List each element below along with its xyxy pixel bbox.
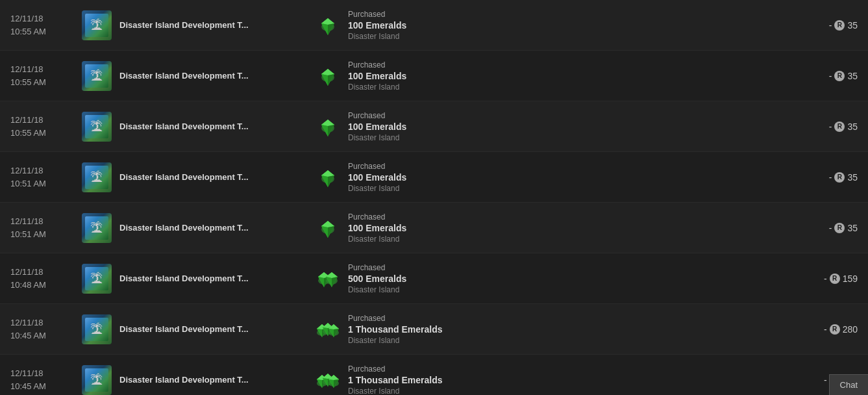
item-details: Purchased 100 Emeralds Disaster Island xyxy=(348,60,406,92)
game-name: Disaster Island Development T... xyxy=(119,375,249,385)
robux-icon: R xyxy=(834,20,845,31)
table-row: 12/11/18 10:45 AM Disaster Island Develo… xyxy=(0,355,868,395)
transaction-date: 12/11/18 10:55 AM xyxy=(10,114,82,139)
robux-icon: R xyxy=(834,71,845,81)
item-info: Purchased 100 Emeralds Disaster Island xyxy=(303,10,773,41)
amount-value: 35 xyxy=(847,71,858,81)
item-info: Purchased 100 Emeralds Disaster Island xyxy=(303,162,773,193)
transaction-date: 12/11/18 10:51 AM xyxy=(10,215,82,240)
robux-icon: R xyxy=(834,172,845,183)
game-name: Disaster Island Development T... xyxy=(119,324,249,334)
game-info: Disaster Island Development T... xyxy=(82,162,303,192)
svg-marker-12 xyxy=(321,120,334,126)
svg-marker-17 xyxy=(321,170,334,177)
transaction-amount: - R 35 xyxy=(773,223,858,233)
minus-sign: - xyxy=(824,375,827,385)
minus-sign: - xyxy=(824,274,827,284)
game-name: Disaster Island Development T... xyxy=(119,20,249,30)
amount-value: 35 xyxy=(847,20,858,31)
minus-sign: - xyxy=(829,71,832,81)
game-name: Disaster Island Development T... xyxy=(119,121,249,131)
transaction-date: 12/11/18 10:51 AM xyxy=(10,164,82,190)
amount-value: 159 xyxy=(843,274,858,284)
table-row: 12/11/18 10:55 AM Disaster Island Develo… xyxy=(0,51,868,101)
chat-button[interactable]: Chat xyxy=(829,374,868,395)
svg-marker-22 xyxy=(321,221,334,227)
game-thumbnail xyxy=(82,112,112,142)
item-name: 1 Thousand Emeralds xyxy=(348,375,442,385)
svg-marker-13 xyxy=(321,125,328,136)
emerald-icon xyxy=(316,216,340,240)
item-action: Purchased xyxy=(348,212,406,222)
item-source: Disaster Island xyxy=(348,235,406,244)
minus-sign: - xyxy=(829,223,832,233)
item-source: Disaster Island xyxy=(348,133,406,142)
game-info: Disaster Island Development T... xyxy=(82,365,303,395)
item-info: Purchased 100 Emeralds Disaster Island xyxy=(303,212,773,244)
amount-value: 35 xyxy=(847,121,858,132)
svg-marker-4 xyxy=(328,23,334,35)
transaction-amount: - R 35 xyxy=(773,121,858,132)
item-source: Disaster Island xyxy=(348,83,406,92)
item-name: 500 Emeralds xyxy=(348,274,406,284)
emerald-icon xyxy=(316,114,340,139)
svg-marker-3 xyxy=(321,23,328,35)
emerald-icon xyxy=(316,266,340,291)
item-source: Disaster Island xyxy=(348,387,442,396)
transaction-amount: - R 35 xyxy=(773,71,858,81)
table-row: 12/11/18 10:45 AM Disaster Island Develo… xyxy=(0,304,868,355)
item-details: Purchased 100 Emeralds Disaster Island xyxy=(348,212,406,244)
table-row: 12/11/18 10:51 AM Disaster Island Develo… xyxy=(0,203,868,253)
item-details: Purchased 1 Thousand Emeralds Disaster I… xyxy=(348,314,442,345)
emerald-icon xyxy=(316,317,340,342)
robux-icon: R xyxy=(830,274,840,284)
transaction-date: 12/11/18 10:55 AM xyxy=(10,12,82,38)
game-name: Disaster Island Development T... xyxy=(119,223,249,233)
table-row: 12/11/18 10:48 AM Disaster Island Develo… xyxy=(0,253,868,304)
robux-icon: R xyxy=(834,223,845,233)
transaction-list: 12/11/18 10:55 AM Disaster Island Develo… xyxy=(0,0,868,395)
item-details: Purchased 500 Emeralds Disaster Island xyxy=(348,263,406,294)
game-thumbnail xyxy=(82,365,112,395)
amount-value: 35 xyxy=(847,223,858,233)
game-name: Disaster Island Development T... xyxy=(119,172,249,182)
item-action: Purchased xyxy=(348,10,406,19)
game-thumbnail xyxy=(82,213,112,243)
game-thumbnail xyxy=(82,61,112,91)
game-thumbnail xyxy=(82,162,112,192)
game-info: Disaster Island Development T... xyxy=(82,10,303,40)
item-action: Purchased xyxy=(348,364,442,374)
item-info: Purchased 500 Emeralds Disaster Island xyxy=(303,263,773,294)
transaction-amount: - R 35 xyxy=(773,20,858,31)
item-action: Purchased xyxy=(348,111,406,120)
item-name: 100 Emeralds xyxy=(348,20,406,31)
item-details: Purchased 100 Emeralds Disaster Island xyxy=(348,10,406,41)
item-source: Disaster Island xyxy=(348,336,442,345)
minus-sign: - xyxy=(829,172,832,183)
transaction-date: 12/11/18 10:55 AM xyxy=(10,63,82,88)
emerald-icon xyxy=(316,165,340,190)
amount-value: 280 xyxy=(843,324,858,335)
game-info: Disaster Island Development T... xyxy=(82,61,303,91)
game-thumbnail xyxy=(82,264,112,294)
item-info: Purchased 100 Emeralds Disaster Island xyxy=(303,111,773,142)
game-info: Disaster Island Development T... xyxy=(82,213,303,243)
emerald-icon xyxy=(316,13,340,38)
item-name: 100 Emeralds xyxy=(348,223,406,233)
minus-sign: - xyxy=(824,324,827,335)
item-action: Purchased xyxy=(348,60,406,70)
item-info: Purchased 1 Thousand Emeralds Disaster I… xyxy=(303,314,773,345)
item-action: Purchased xyxy=(348,314,442,323)
transaction-date: 12/11/18 10:45 AM xyxy=(10,316,82,342)
table-row: 12/11/18 10:55 AM Disaster Island Develo… xyxy=(0,0,868,51)
transaction-amount: - R 159 xyxy=(773,274,858,284)
item-name: 1 Thousand Emeralds xyxy=(348,324,442,335)
svg-marker-8 xyxy=(321,74,328,86)
item-info: Purchased 100 Emeralds Disaster Island xyxy=(303,60,773,92)
item-source: Disaster Island xyxy=(348,32,406,41)
transaction-date: 12/11/18 10:45 AM xyxy=(10,367,82,392)
item-name: 100 Emeralds xyxy=(348,71,406,81)
table-row: 12/11/18 10:55 AM Disaster Island Develo… xyxy=(0,101,868,152)
game-name: Disaster Island Development T... xyxy=(119,274,249,283)
game-info: Disaster Island Development T... xyxy=(82,112,303,142)
